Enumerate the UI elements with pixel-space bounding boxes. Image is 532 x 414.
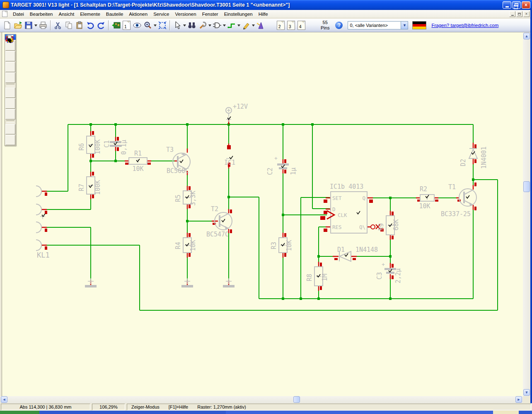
tools-button[interactable] xyxy=(197,20,208,31)
horizontal-scroll-thumb[interactable] xyxy=(293,396,300,403)
undo-button[interactable] xyxy=(85,20,96,31)
zoom-button[interactable] xyxy=(143,20,153,31)
menu-bar: Datei Bearbeiten Ansicht Elemente Bautei… xyxy=(0,10,532,18)
menu-bauteile[interactable]: Bauteile xyxy=(103,11,126,17)
pencil-icon xyxy=(242,21,250,29)
close-button[interactable]: × xyxy=(522,1,530,9)
pin-markers xyxy=(45,131,476,290)
open-file-button[interactable] xyxy=(12,20,23,31)
cut-button[interactable] xyxy=(53,20,63,31)
select-component-button[interactable] xyxy=(5,135,15,145)
menu-ansicht[interactable]: Ansicht xyxy=(56,11,77,17)
zoom-dropdown[interactable] xyxy=(153,20,157,31)
wires[interactable] xyxy=(47,124,498,310)
menu-service[interactable]: Service xyxy=(150,11,172,17)
taskbar-start-segment xyxy=(0,411,39,414)
menu-aktionen[interactable]: Aktionen xyxy=(126,11,150,17)
title-bar: TARGET 3001! V13 light - [1 Schaltplan D… xyxy=(0,0,532,10)
cursor-position-panel: Abs 114,300 | 36,830 mm xyxy=(1,404,90,410)
svg-text:1M: 1M xyxy=(321,274,329,281)
arc-style-3-button[interactable] xyxy=(5,109,15,119)
vertical-scroll-thumb[interactable] xyxy=(523,181,530,192)
variant-value: 0, <alle Varianten> xyxy=(348,23,401,28)
vertical-scrollbar[interactable]: ▲ ▼ xyxy=(523,32,530,396)
menu-datei[interactable]: Datei xyxy=(10,11,27,17)
mdi-restore-button[interactable] xyxy=(516,11,522,17)
menu-versionen[interactable]: Versionen xyxy=(172,11,199,17)
menu-hilfe[interactable]: Hilfe xyxy=(256,11,271,17)
power-label: +12V xyxy=(233,103,248,110)
support-link[interactable]: Fragen? target@ibfriedrich.com xyxy=(431,23,498,28)
magnifier-icon xyxy=(144,21,152,29)
svg-text:BC337-25: BC337-25 xyxy=(441,210,471,218)
scroll-down-button[interactable]: ▼ xyxy=(523,389,530,396)
scroll-up-button[interactable]: ▲ xyxy=(523,33,530,39)
wire-style-3-button[interactable] xyxy=(5,62,15,72)
app-icon xyxy=(2,2,9,8)
arc-style-2-button[interactable] xyxy=(5,98,15,109)
page-3-label: 3 xyxy=(289,24,291,29)
mdi-minimize-icon xyxy=(511,15,514,16)
component-tool-button[interactable] xyxy=(212,20,222,31)
mdi-minimize-button[interactable] xyxy=(509,11,515,17)
copy-button[interactable] xyxy=(63,20,74,31)
variant-select[interactable]: 0, <alle Varianten> ▼ xyxy=(348,21,408,29)
draw-dropdown[interactable] xyxy=(251,20,255,31)
component-dropdown[interactable] xyxy=(222,20,226,31)
save-button[interactable] xyxy=(23,20,34,31)
pin-count: 55 xyxy=(321,20,329,25)
pointer-dropdown[interactable] xyxy=(183,20,186,31)
page-4-button[interactable]: 4 xyxy=(297,21,305,30)
svg-text:SET: SET xyxy=(332,195,342,201)
wire-style-2-button[interactable] xyxy=(5,51,15,61)
page-2-label: 2 xyxy=(278,24,281,29)
svg-text:Q\: Q\ xyxy=(359,224,365,230)
schematic-drawing[interactable]: +12V R6 100K C1 0,1µ R1 10K T3 BC560C R7… xyxy=(2,32,523,396)
search-button[interactable] xyxy=(186,20,197,31)
component-r6 xyxy=(87,136,95,153)
minimize-button[interactable] xyxy=(503,1,511,9)
view-button[interactable] xyxy=(132,20,143,31)
draw-tool-button[interactable] xyxy=(241,20,251,31)
tools-dropdown[interactable] xyxy=(208,20,212,31)
menu-fenster[interactable]: Fenster xyxy=(199,11,221,17)
paste-button[interactable] xyxy=(74,20,85,31)
wire-icon xyxy=(227,21,236,29)
wrench-icon xyxy=(198,21,207,29)
variant-dropdown-arrow[interactable]: ▼ xyxy=(401,22,408,29)
help-button[interactable]: ? xyxy=(335,22,343,29)
dropdown-arrow-icon xyxy=(183,24,186,27)
page-1-button[interactable]: 1 xyxy=(123,21,131,30)
scroll-left-button[interactable]: ◄ xyxy=(1,396,7,403)
mdi-close-button[interactable]: × xyxy=(523,11,530,17)
wire-style-4-button[interactable] xyxy=(5,73,15,83)
horizontal-scrollbar[interactable]: ◄ ► xyxy=(0,396,523,403)
scroll-right-button[interactable]: ► xyxy=(515,396,522,403)
page-3-button[interactable]: 3 xyxy=(287,21,295,30)
language-flag-icon[interactable] xyxy=(412,21,426,29)
document-icon[interactable] xyxy=(2,11,7,17)
menu-elemente[interactable]: Elemente xyxy=(77,11,103,17)
page-2-button[interactable]: 2 xyxy=(277,21,285,30)
assistant-button[interactable] xyxy=(255,20,266,31)
save-dropdown[interactable] xyxy=(34,20,38,31)
restore-icon xyxy=(515,3,518,7)
schematic-canvas[interactable]: +12V R6 100K C1 0,1µ R1 10K T3 BC560C R7… xyxy=(2,32,523,396)
select-move-button[interactable] xyxy=(5,124,15,134)
status-bar: Abs 114,300 | 36,830 mm 106,29% Zeiger-M… xyxy=(0,403,532,411)
wire-tool-button[interactable] xyxy=(226,20,237,31)
paste-icon xyxy=(75,21,84,29)
logic-gate-icon xyxy=(213,21,222,29)
redo-button[interactable] xyxy=(96,20,106,31)
print-button[interactable] xyxy=(38,20,48,31)
switch-to-pcb-button[interactable] xyxy=(111,20,121,31)
wire-dropdown[interactable] xyxy=(237,20,241,31)
pointer-tool-button[interactable] xyxy=(172,20,183,31)
restore-button[interactable] xyxy=(512,1,521,9)
fit-view-button[interactable] xyxy=(157,20,168,31)
arc-style-1-button[interactable] xyxy=(5,88,15,98)
taskbar-active-segment xyxy=(493,411,519,414)
menu-einstellungen[interactable]: Einstellungen xyxy=(221,11,256,17)
menu-bearbeiten[interactable]: Bearbeiten xyxy=(27,11,56,17)
new-file-button[interactable] xyxy=(2,20,12,31)
